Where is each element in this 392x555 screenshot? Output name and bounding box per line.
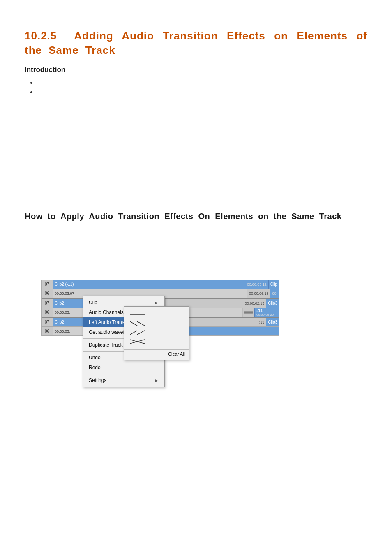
submenu-icon-row-4[interactable]	[128, 338, 185, 345]
title-text: Adding Audio Transition Effects on Eleme…	[25, 30, 367, 56]
clip3-label-2: Clip3	[266, 299, 279, 308]
track-num-06-1: 06	[42, 289, 53, 298]
transition-icon-xfade1	[130, 321, 145, 326]
vol-2	[242, 308, 254, 317]
transition-icon-xfade2	[130, 330, 145, 335]
track-num-07-2: 07	[42, 299, 53, 308]
bullet-item-2	[37, 88, 367, 95]
main-title: 10.2.5 Adding Audio Transition Effects o…	[25, 29, 367, 58]
transition-icon-straight	[130, 312, 145, 317]
clip3-label-3: Clip3	[266, 318, 279, 326]
submenu-icon-row-3[interactable]	[128, 329, 185, 336]
menu-arrow-clip: ►	[154, 301, 159, 305]
svg-line-9	[130, 331, 137, 335]
svg-line-7	[130, 321, 137, 326]
track-num-06-3: 06	[42, 327, 53, 335]
intro-bullets	[37, 79, 367, 95]
clip3-vol-2: -11 00:00:05:20	[254, 308, 279, 317]
clear-all-button[interactable]: Clear All	[124, 349, 189, 358]
time-right-bot-1: 00:00:06:18	[247, 289, 270, 298]
track-clip-clip2-11: Clip2 (-11)	[53, 280, 245, 289]
bottom-rule	[334, 539, 367, 539]
menu-label-settings: Settings	[89, 377, 106, 383]
track-num-07-3: 07	[42, 318, 53, 326]
submenu-left-audio-transition[interactable]: Clear All	[124, 306, 189, 360]
submenu-icon-row-1[interactable]	[128, 311, 185, 318]
section2-heading: How to Apply Audio Transition Effects On…	[25, 210, 367, 222]
menu-item-settings[interactable]: Settings ►	[83, 375, 164, 385]
track-num-06-2: 06	[42, 308, 53, 317]
track-num-07-1: 07	[42, 280, 53, 289]
menu-label-duplicate-track: Duplicate Track	[89, 342, 123, 348]
menu-sep-3	[83, 374, 164, 374]
transition-icon-xcross	[130, 339, 145, 345]
screenshot-container: 07 Clip2 (-11) 00:00:03:12 Clip 06 00:00…	[41, 280, 279, 336]
svg-line-10	[137, 331, 145, 335]
svg-line-8	[137, 321, 145, 326]
menu-label-audio-channels: Audio Channels	[89, 310, 124, 315]
track-row-1-top: 07 Clip2 (-11) 00:00:03:12 Clip	[42, 280, 279, 289]
submenu-icons-container	[124, 308, 189, 348]
top-rule	[334, 16, 367, 16]
menu-label-undo: Undo	[89, 355, 101, 361]
bullet-item-1	[37, 79, 367, 86]
clip-right-bot-1: 00:	[270, 289, 279, 298]
menu-label-redo: Redo	[89, 365, 101, 370]
submenu-icon-row-2[interactable]	[128, 320, 185, 327]
title-number: 10.2.5	[25, 30, 57, 42]
time-right-1: 00:00:03:12	[245, 280, 268, 289]
clip-right-1: Clip	[268, 280, 279, 289]
menu-arrow-settings: ►	[154, 378, 159, 383]
menu-item-redo[interactable]: Redo	[83, 363, 164, 372]
page-container: 10.2.5 Adding Audio Transition Effects o…	[0, 0, 392, 555]
menu-label-clip: Clip	[89, 300, 97, 305]
introduction-heading: Introduction	[25, 66, 367, 74]
